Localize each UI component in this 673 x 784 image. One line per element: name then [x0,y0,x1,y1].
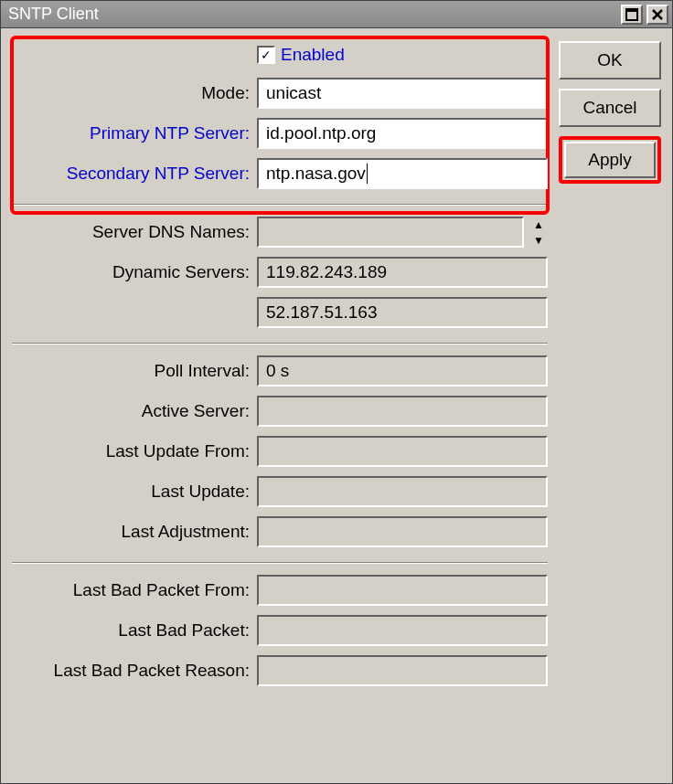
last-bad-row: Last Bad Packet: [12,615,548,646]
last-update-label: Last Update: [12,482,250,502]
apply-highlight: Apply [559,136,661,184]
dynamic-row-2: 52.187.51.163 [12,297,548,328]
poll-field: 0 s [257,355,548,387]
last-update-from-label: Last Update From: [12,441,250,461]
last-bad-from-label: Last Bad Packet From: [12,580,250,600]
close-button[interactable] [646,5,668,25]
mode-label: Mode: [12,83,250,103]
divider [12,204,548,206]
active-label: Active Server: [12,401,250,421]
last-bad-reason-label: Last Bad Packet Reason: [12,661,250,681]
dns-label: Server DNS Names: [12,222,250,242]
chevron-up-icon: ▲ [529,217,548,232]
divider [12,562,548,564]
cancel-button[interactable]: Cancel [559,89,661,127]
maximize-icon [625,8,638,21]
enabled-checkbox[interactable]: ✓ [257,46,275,64]
mode-input[interactable]: unicast [257,78,548,109]
last-adj-field [257,516,548,547]
apply-button[interactable]: Apply [564,142,656,178]
last-bad-field [257,615,548,646]
form: ✓ Enabled Mode: unicast Primary NTP Serv… [12,37,548,686]
close-icon [651,8,664,21]
titlebar-controls [621,5,668,25]
enabled-row: ✓ Enabled [257,45,548,65]
poll-row: Poll Interval: 0 s [12,355,548,387]
last-bad-reason-row: Last Bad Packet Reason: [12,655,548,686]
enabled-label: Enabled [281,45,345,65]
secondary-label: Secondary NTP Server: [12,164,250,184]
dynamic1-field: 119.82.243.189 [257,257,548,288]
last-update-field [257,476,548,507]
form-panel: ✓ Enabled Mode: unicast Primary NTP Serv… [12,37,548,774]
button-panel: OK Cancel Apply [559,37,661,774]
primary-input[interactable]: id.pool.ntp.org [257,118,548,149]
window-title: SNTP Client [8,5,99,24]
last-bad-reason-field [257,655,548,686]
content-area: ✓ Enabled Mode: unicast Primary NTP Serv… [1,28,672,783]
dynamic-row-1: Dynamic Servers: 119.82.243.189 [12,257,548,288]
titlebar: SNTP Client [1,1,672,28]
last-adj-label: Last Adjustment: [12,522,250,542]
divider [12,343,548,344]
maximize-button[interactable] [621,5,643,25]
dynamic2-field: 52.187.51.163 [257,297,548,328]
chevron-down-icon: ▼ [529,232,548,248]
last-update-from-field [257,436,548,467]
poll-label: Poll Interval: [12,361,250,381]
last-update-row: Last Update: [12,476,548,507]
dns-spinner[interactable]: ▲ ▼ [529,217,548,248]
last-adj-row: Last Adjustment: [12,516,548,547]
mode-row: Mode: unicast [12,78,548,109]
primary-label: Primary NTP Server: [12,123,250,143]
secondary-row: Secondary NTP Server: ntp.nasa.gov [12,158,548,189]
ok-button[interactable]: OK [559,41,661,79]
last-update-from-row: Last Update From: [12,436,548,467]
dynamic-label: Dynamic Servers: [12,262,250,282]
dns-field [257,217,524,248]
window: SNTP Client ✓ Enabled Mode: unicast [0,0,673,784]
primary-row: Primary NTP Server: id.pool.ntp.org [12,118,548,149]
last-bad-from-field [257,575,548,606]
active-field [257,396,548,427]
secondary-input[interactable]: ntp.nasa.gov [257,158,548,189]
active-row: Active Server: [12,396,548,427]
dns-row: Server DNS Names: ▲ ▼ [12,217,548,248]
last-bad-label: Last Bad Packet: [12,620,250,641]
last-bad-from-row: Last Bad Packet From: [12,575,548,606]
